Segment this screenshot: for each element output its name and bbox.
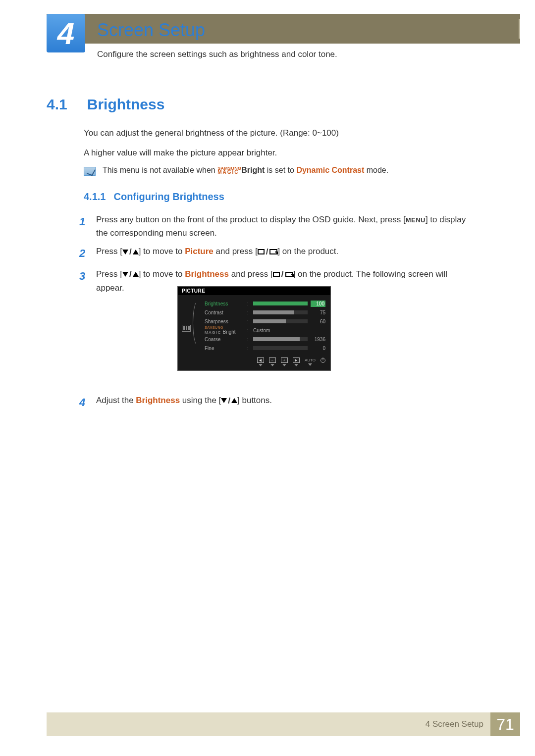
osd-row: Coarse:1936	[205, 335, 325, 344]
note-icon	[84, 167, 96, 176]
step-target: Brightness	[136, 396, 180, 405]
body-paragraph-1: You can adjust the general brightness of…	[84, 127, 471, 140]
osd-slider	[253, 337, 308, 341]
section-number: 4.1	[47, 96, 67, 113]
osd-row-label: Fine	[205, 346, 244, 351]
osd-screenshot: PICTURE Brightness:100Contrast:75Sharpne…	[177, 286, 331, 371]
osd-row: Sharpness:60	[205, 317, 325, 326]
enter-icon: /	[258, 245, 278, 258]
chapter-title: Screen Setup	[97, 20, 205, 41]
section-heading: 4.1 Brightness	[47, 96, 164, 113]
note-mode: Dynamic Contrast	[296, 166, 364, 174]
subsection-heading: 4.1.1 Configuring Brightness	[84, 191, 224, 202]
osd-category-icon	[182, 325, 191, 332]
note-pre: This menu is not available when	[103, 166, 217, 174]
menu-label: MENU	[406, 216, 426, 224]
osd-bracket-decoration	[193, 300, 200, 347]
step-number: 2	[79, 245, 89, 262]
subsection-number: 4.1.1	[84, 191, 106, 202]
note-row: This menu is not available when SAMSUNGM…	[84, 166, 471, 176]
footer-bar: 4 Screen Setup 71	[47, 712, 520, 736]
note-bright: Bright	[241, 166, 265, 174]
osd-slider	[253, 302, 308, 305]
body-paragraph-2: A higher value will make the picture app…	[84, 147, 471, 159]
step-target: Picture	[185, 247, 214, 256]
osd-row-value: 60	[311, 319, 325, 324]
note-post: mode.	[364, 166, 388, 174]
footer-label: 4 Screen Setup	[426, 719, 490, 729]
osd-slider	[253, 310, 308, 314]
osd-play-icon	[293, 357, 300, 366]
osd-row: Contrast:75	[205, 308, 325, 317]
chapter-number-badge: 4	[47, 14, 85, 52]
subsection-title: Configuring Brightness	[113, 191, 224, 202]
step-2: 2 Press [/] to move to Picture and press…	[79, 245, 471, 262]
down-up-icon: /	[122, 267, 139, 281]
down-up-icon: /	[221, 394, 237, 407]
osd-row: SAMSUNGMAGIC Bright:Custom	[205, 326, 325, 335]
chapter-intro: Configure the screen settings such as br…	[97, 50, 337, 59]
osd-row: Brightness:100	[205, 299, 325, 308]
osd-body: Brightness:100Contrast:75Sharpness:60SAM…	[178, 295, 330, 354]
osd-back-icon	[257, 357, 264, 366]
osd-row: Fine:0	[205, 344, 325, 353]
osd-row-label: SAMSUNGMAGIC Bright	[205, 326, 244, 334]
step-number: 1	[79, 213, 89, 240]
note-text: This menu is not available when SAMSUNGM…	[103, 166, 388, 175]
osd-row-value: 0	[311, 346, 325, 351]
osd-row-label: Coarse	[205, 337, 244, 342]
section-title: Brightness	[87, 96, 165, 113]
step-number: 4	[79, 394, 89, 411]
step-1: 1 Press any button on the front of the p…	[79, 213, 471, 240]
page-number: 71	[490, 712, 520, 736]
osd-power-icon	[321, 358, 325, 366]
step-text: Press any button on the front of the pro…	[96, 213, 471, 240]
note-mid: is set to	[265, 166, 296, 174]
samsung-magic-logo: SAMSUNGMAGIC	[217, 167, 241, 174]
osd-row-value: 75	[311, 310, 325, 315]
step-text: Press [/] to move to Picture and press […	[96, 245, 338, 262]
step-target: Brightness	[185, 269, 229, 279]
osd-plus-icon: +	[281, 357, 288, 366]
osd-slider	[253, 319, 308, 323]
osd-row-value: 100	[311, 301, 325, 307]
osd-slider	[253, 346, 308, 350]
enter-icon: /	[273, 267, 293, 281]
step-number: 3	[79, 267, 89, 295]
down-up-icon: /	[122, 245, 139, 258]
osd-row-value: 1936	[311, 337, 325, 342]
osd-minus-icon: −	[269, 357, 276, 366]
osd-row-label: Sharpness	[205, 319, 244, 324]
osd-title: PICTURE	[178, 287, 330, 295]
osd-row-label: Contrast	[205, 310, 244, 315]
chapter-number: 4	[57, 16, 74, 51]
osd-footer: − + AUTO	[178, 354, 330, 370]
step-text: Adjust the Brightness using the [/] butt…	[96, 394, 272, 411]
osd-rows: Brightness:100Contrast:75Sharpness:60SAM…	[205, 299, 325, 353]
osd-auto-label: AUTO	[305, 358, 316, 366]
osd-row-label: Brightness	[205, 301, 244, 306]
step-4: 4 Adjust the Brightness using the [/] bu…	[79, 394, 471, 411]
osd-row-value: Custom	[253, 328, 270, 333]
